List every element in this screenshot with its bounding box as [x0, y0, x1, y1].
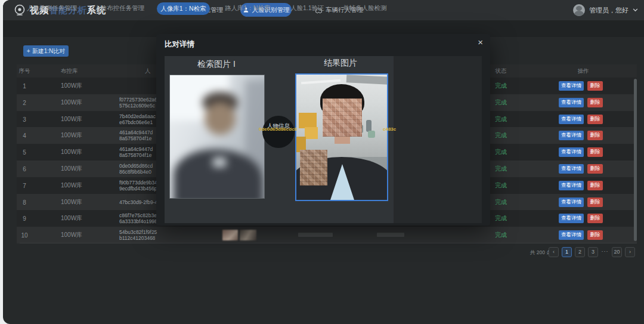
view-details-button[interactable]: 查看详情	[559, 181, 584, 190]
pixelated-face	[323, 98, 362, 137]
search-image-title: 检索图片 I	[169, 59, 264, 70]
person-id-text: 0de0d65d86cdc8	[259, 126, 297, 132]
row-thumbnail-image	[240, 230, 256, 240]
person-info-badge: 人物信息	[262, 116, 295, 148]
status-badge: 完成	[488, 94, 514, 111]
result-image-title: 结果图片	[295, 58, 386, 69]
delete-button[interactable]: 删除	[587, 98, 603, 107]
row-library: 100W库	[61, 210, 82, 227]
delete-button[interactable]: 删除	[587, 198, 603, 207]
col-header-index: 序号	[17, 64, 32, 78]
delete-button[interactable]: 删除	[587, 131, 603, 140]
new-1n-compare-button[interactable]: + 新建1:N比对	[23, 45, 69, 57]
pagination-prev-button[interactable]: ‹	[549, 247, 559, 257]
col-header-library: 布控库	[61, 64, 78, 78]
plus-icon: +	[27, 48, 30, 54]
view-details-button[interactable]: 查看详情	[559, 214, 584, 223]
pagination-page-last[interactable]: 20	[612, 247, 622, 257]
view-details-button[interactable]: 查看详情	[559, 131, 584, 140]
row-face-id: 54bu3c82f1f9f25b112c41203468	[119, 227, 191, 243]
pagination-page-3[interactable]: 3	[588, 247, 598, 257]
face-id-line2: e67bdc06e6e1	[119, 119, 153, 125]
tab-label: 单帧多人脸检测	[343, 4, 387, 13]
row-index: 7	[17, 177, 32, 194]
face-id-line1: 0de0d65d86cd	[119, 163, 153, 169]
tab-portrait-1n-search[interactable]: 人像库1：N检索	[157, 2, 210, 15]
blurred-text	[377, 233, 404, 237]
row-library: 100W库	[61, 94, 82, 111]
view-details-button[interactable]: 查看详情	[559, 164, 584, 174]
face-id-line2: 8a5758704f1e	[119, 135, 151, 141]
row-index: 5	[17, 144, 32, 161]
status-badge: 完成	[488, 177, 514, 194]
row-index: 6	[17, 161, 32, 177]
pagination-page-1[interactable]: 1	[562, 247, 572, 257]
delete-button[interactable]: 删除	[587, 81, 603, 91]
logo-camera-icon	[13, 4, 26, 17]
table-bottom-divider	[20, 243, 637, 243]
face-id-line2: 8a5758704f1e	[119, 152, 151, 158]
face-id-line1: 54bu3c82f1f9f25	[119, 229, 157, 235]
table-row: 10 100W库 54bu3c82f1f9f25b112c41203468 完成…	[17, 227, 637, 243]
tab-label: 路人库1：N检索	[225, 4, 270, 13]
row-thumbnail-image	[222, 230, 238, 240]
col-header-actions: 操作	[568, 64, 598, 78]
delete-button[interactable]: 删除	[587, 164, 603, 174]
pagination-ellipsis: ···	[600, 247, 610, 257]
search-image	[169, 75, 265, 199]
avatar	[573, 4, 585, 16]
tab-multiface-detect[interactable]: 单帧多人脸检测	[343, 0, 387, 17]
tab-face-detect-tasks[interactable]: 人脸检测任务管理	[27, 0, 77, 17]
view-details-button[interactable]: 查看详情	[559, 81, 584, 91]
result-photo	[296, 75, 387, 200]
delete-button[interactable]: 删除	[587, 115, 603, 124]
face-id-line2: 6a3333bf4o1998	[119, 218, 157, 224]
user-greeting: 管理员，您好	[589, 6, 628, 15]
face-id-line2: b112c41203468	[119, 235, 155, 241]
face-id-line2: 86c8f9b6b4e0	[119, 169, 151, 175]
row-index: 8	[17, 194, 32, 211]
tab-label: 人脸布控任务管理	[94, 4, 144, 13]
blurred-text	[298, 233, 333, 237]
compare-detail-modal: 比对详情 × 检索图片 I 结果图片	[156, 34, 490, 226]
status-badge: 完成	[488, 210, 514, 227]
delete-button[interactable]: 删除	[587, 214, 603, 223]
view-details-button[interactable]: 查看详情	[559, 98, 584, 107]
face-id-line2: 9ecdfbd43b456p	[119, 186, 157, 192]
col-header-person: 人	[145, 64, 151, 78]
view-details-button[interactable]: 查看详情	[559, 147, 584, 157]
status-badge: 完成	[488, 227, 514, 243]
row-library: 100W库	[61, 78, 82, 94]
table-scrollbar[interactable]	[634, 79, 637, 241]
blurred-photo	[169, 75, 265, 199]
delete-button[interactable]: 删除	[587, 230, 603, 240]
row-index: 4	[17, 127, 32, 144]
tab-face-control-tasks[interactable]: 人脸布控任务管理	[94, 0, 144, 17]
status-badge: 完成	[488, 127, 514, 144]
face-id-line1: c86f7e75c82b3e5	[119, 212, 160, 218]
delete-button[interactable]: 删除	[587, 181, 603, 190]
modal-side-panel	[394, 56, 482, 223]
view-details-button[interactable]: 查看详情	[559, 230, 584, 240]
pagination-page-2[interactable]: 2	[575, 247, 585, 257]
face-id-line1: 7b40d2eda6aac	[119, 113, 156, 119]
delete-button[interactable]: 删除	[587, 147, 603, 157]
face-id-line1: 461a64c9447d	[119, 129, 153, 135]
face-id-line2: 575c12c609e5c	[119, 103, 155, 109]
view-details-button[interactable]: 查看详情	[559, 115, 584, 124]
pagination-next-button[interactable]: ›	[625, 247, 635, 257]
status-badge: 完成	[488, 78, 514, 94]
row-index: 3	[17, 111, 32, 128]
row-index: 1	[17, 78, 32, 94]
row-library: 100W库	[61, 161, 82, 177]
close-icon[interactable]: ×	[478, 37, 483, 47]
status-badge: 完成	[488, 194, 514, 211]
row-index: 9	[17, 210, 32, 227]
view-details-button[interactable]: 查看详情	[559, 198, 584, 207]
tab-passerby-1n-search[interactable]: 路人库1：N检索	[225, 0, 270, 17]
face-id-line1: 461a64c9447d	[119, 146, 153, 152]
user-menu[interactable]: 管理员，您好	[573, 0, 638, 20]
status-badge: 完成	[488, 161, 514, 177]
tab-face-11-verify[interactable]: 人脸1.1验证	[290, 0, 324, 17]
row-index: 10	[17, 227, 32, 243]
